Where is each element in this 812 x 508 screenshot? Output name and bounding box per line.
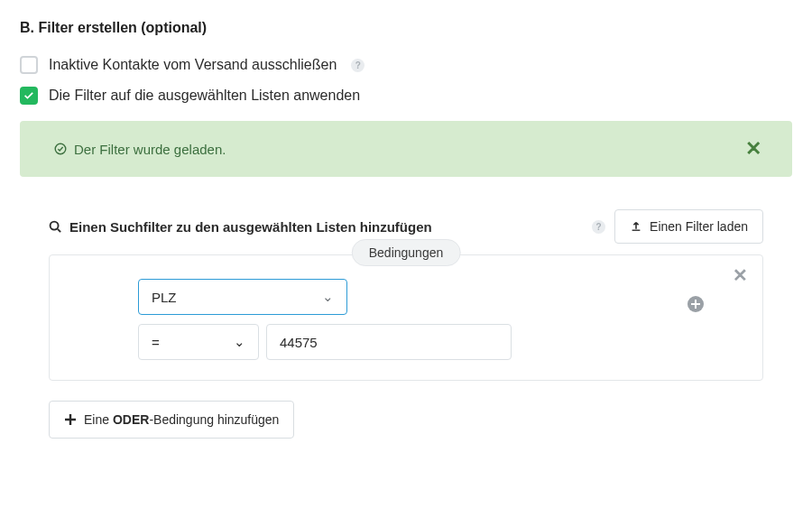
load-filter-label: Einen Filter laden: [650, 219, 748, 234]
checkbox-apply-filter[interactable]: [20, 87, 38, 105]
checkbox-exclude-inactive[interactable]: [20, 56, 38, 74]
alert-content: Der Filter wurde geladen.: [54, 142, 226, 157]
section-title: B. Filter erstellen (optional): [20, 20, 792, 36]
alert-close-icon[interactable]: ✕: [745, 137, 761, 161]
checkbox-exclude-inactive-label: Inaktive Kontakte vom Versand ausschließ…: [49, 57, 337, 73]
alert-text: Der Filter wurde geladen.: [74, 142, 226, 157]
chevron-down-icon: ⌄: [234, 334, 245, 350]
search-icon: [49, 220, 62, 234]
alert-success: Der Filter wurde geladen. ✕: [20, 121, 792, 177]
help-icon[interactable]: ?: [351, 59, 364, 72]
add-condition-icon[interactable]: [687, 295, 705, 319]
condition-field-value: PLZ: [152, 290, 177, 305]
add-or-row: Eine ODER-Bedingung hinzufügen: [49, 401, 763, 439]
check-circle-icon: [54, 143, 67, 155]
remove-condition-icon[interactable]: ✕: [733, 264, 748, 286]
conditions-badge: Bedingungen: [352, 239, 461, 266]
conditions-box: Bedingungen ✕ PLZ ⌄ = ⌄: [49, 254, 763, 381]
filter-area: Einen Suchfilter zu den ausgewählten Lis…: [20, 209, 792, 439]
filter-header-left: Einen Suchfilter zu den ausgewählten Lis…: [49, 219, 432, 235]
help-icon[interactable]: ?: [592, 220, 605, 234]
condition-field-row: PLZ ⌄: [138, 279, 744, 315]
condition-operator-select[interactable]: = ⌄: [138, 324, 259, 360]
chevron-down-icon: ⌄: [322, 289, 334, 305]
checkbox-apply-filter-row: Die Filter auf die ausgewählten Listen a…: [20, 87, 792, 105]
check-icon: [23, 89, 35, 102]
add-or-label: Eine ODER-Bedingung hinzufügen: [84, 412, 279, 427]
filter-header-right: ? Einen Filter laden: [588, 209, 763, 244]
condition-field-select[interactable]: PLZ ⌄: [138, 279, 347, 315]
upload-icon: [630, 220, 642, 233]
load-filter-button[interactable]: Einen Filter laden: [614, 209, 763, 244]
checkbox-exclude-inactive-row: Inaktive Kontakte vom Versand ausschließ…: [20, 56, 792, 74]
plus-icon: [64, 413, 77, 426]
svg-point-1: [51, 221, 59, 229]
checkbox-apply-filter-label: Die Filter auf die ausgewählten Listen a…: [49, 88, 360, 104]
condition-value-input[interactable]: [266, 324, 512, 360]
condition-value-row: = ⌄: [138, 324, 744, 360]
search-filter-label: Einen Suchfilter zu den ausgewählten Lis…: [69, 219, 432, 235]
condition-operator-value: =: [152, 335, 160, 350]
add-or-condition-button[interactable]: Eine ODER-Bedingung hinzufügen: [49, 401, 294, 439]
